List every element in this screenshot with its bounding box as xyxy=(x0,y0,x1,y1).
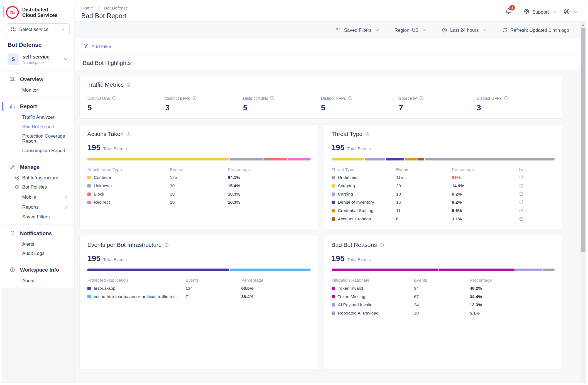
bar-segment xyxy=(87,269,229,271)
sidebar-item-monitor[interactable]: Monitor xyxy=(2,85,74,95)
sidebar-nav: OverviewMonitorReportTraffic AnalyzerBad… xyxy=(2,70,74,288)
namespace-type-label: Namespace xyxy=(23,60,50,65)
vertical-scrollbar[interactable]: ▲ xyxy=(580,22,586,383)
external-link-icon[interactable] xyxy=(519,200,554,205)
row-events: 125 xyxy=(170,175,228,180)
table-row: test-us-app12463.6% xyxy=(87,284,310,292)
external-link-icon[interactable] xyxy=(519,208,554,213)
sidebar-item-bad-bot-report[interactable]: Bad Bot Report xyxy=(2,122,74,131)
row-events: 30 xyxy=(170,183,228,188)
card-title-row: Events per Bot Infrastructure xyxy=(87,242,310,248)
add-filter-button[interactable]: Add Filter xyxy=(83,43,111,50)
info-icon[interactable] xyxy=(164,242,169,247)
metric-label-text: Distinct BFPs xyxy=(165,96,190,100)
chevron-down-icon xyxy=(573,9,579,15)
row-label-text: Repeated AI Payload xyxy=(338,311,379,315)
filter-saved-filters[interactable]: Saved Filters xyxy=(335,27,380,33)
filter-region-us[interactable]: Region: US xyxy=(395,27,427,33)
namespace-name: self-service xyxy=(23,54,50,59)
target-icon xyxy=(15,185,20,190)
external-link-icon[interactable] xyxy=(519,175,554,180)
scrollbar-thumb[interactable] xyxy=(581,28,585,252)
legend-swatch xyxy=(332,209,335,212)
chevron-down-icon xyxy=(552,9,558,15)
total-events-label: Total Events xyxy=(347,147,371,151)
service-selector[interactable]: Select service xyxy=(7,23,70,35)
table-header-row: Mitigation RationaleEventsPercentage xyxy=(332,276,555,284)
sidebar-section-overview[interactable]: Overview xyxy=(2,73,74,85)
filter-lines-icon xyxy=(335,27,342,33)
row-label-text: Denial of Inventory xyxy=(338,200,374,204)
info-icon[interactable] xyxy=(270,96,275,101)
info-icon[interactable] xyxy=(504,96,509,101)
notifications-bell-button[interactable]: 1 xyxy=(505,8,512,16)
info-icon[interactable] xyxy=(379,242,384,247)
bar-segment xyxy=(332,158,364,160)
bar-segment xyxy=(425,158,555,160)
sidebar-item-label: Consumption Report xyxy=(22,148,65,153)
chevron-down-icon xyxy=(60,26,66,33)
legend-swatch xyxy=(87,176,91,179)
info-icon[interactable] xyxy=(112,96,117,101)
card-title: Bad Bot Reasons xyxy=(332,242,377,248)
sidebar-item-audit-logs[interactable]: Audit Logs xyxy=(2,248,74,258)
info-icon[interactable] xyxy=(419,96,424,101)
info-icon[interactable] xyxy=(126,82,131,87)
legend-swatch xyxy=(87,286,91,290)
namespace-selector[interactable]: S self-service Namespace xyxy=(2,51,74,70)
bar-segment xyxy=(229,269,310,271)
filter-last-24-hours[interactable]: Last 24 hours xyxy=(442,27,487,33)
info-icon[interactable] xyxy=(126,132,131,137)
support-menu[interactable]: Support xyxy=(524,8,557,16)
sidebar-section-notifications[interactable]: Notifications xyxy=(2,227,74,239)
sidebar-section-workspace-info[interactable]: Workspace Info xyxy=(2,264,74,276)
table-row: Redirect2010.3% xyxy=(87,198,310,206)
external-link-icon[interactable] xyxy=(519,191,554,197)
row-events: 71 xyxy=(185,294,241,299)
sidebar-section-report[interactable]: Report xyxy=(2,100,74,112)
sidebar-section-label: Report xyxy=(20,103,37,109)
sidebar-item-about[interactable]: About xyxy=(2,276,74,285)
breadcrumb-home-link[interactable]: Home xyxy=(81,6,93,10)
card-title-row: Actions Taken xyxy=(87,131,310,137)
row-events: 11 xyxy=(396,208,452,213)
table-header-row: Threat TypeEventsPercentageLink xyxy=(332,165,555,173)
threat-type-table: Threat TypeEventsPercentageLinkUndefined… xyxy=(332,165,555,223)
external-link-icon[interactable] xyxy=(519,183,554,188)
metric-value: 5 xyxy=(321,103,399,112)
table-row: Account Creation63.1% xyxy=(332,215,555,223)
row-percentage: 64.1% xyxy=(228,175,310,180)
chevron-down-icon xyxy=(63,56,69,62)
sidebar-item-reports[interactable]: Reports xyxy=(2,202,74,212)
sidebar-item-alerts[interactable]: Alerts xyxy=(2,239,74,249)
sidebar-item-traffic-analyzer[interactable]: Traffic Analyzer xyxy=(2,112,74,122)
scrollbar-up-arrow[interactable]: ▲ xyxy=(580,22,586,28)
external-link-icon[interactable] xyxy=(519,216,554,221)
filter-refresh-updated-1-min-ago[interactable]: Refresh: Updated 1 min ago xyxy=(502,27,569,33)
sidebar-item-bot-infrastructure[interactable]: Bot Infrastructure xyxy=(2,173,74,182)
total-events-label: Total Events xyxy=(103,257,127,262)
table-row: Unknown3015.4% xyxy=(87,182,310,190)
row-percentage: 15.4% xyxy=(228,183,310,188)
sidebar-item-label: About xyxy=(22,278,35,283)
row-events: 94 xyxy=(414,286,470,290)
sidebar-item-mobile[interactable]: Mobile xyxy=(2,192,74,202)
bar-segment xyxy=(438,269,514,271)
info-icon[interactable] xyxy=(348,96,353,101)
sidebar-section-label: Workspace Info xyxy=(20,267,59,273)
sidebar-item-protection-coverage-report[interactable]: Protection Coverage Report xyxy=(2,131,74,146)
metric-distinct-ufps: Distinct UFPs3 xyxy=(477,96,555,112)
info-icon[interactable] xyxy=(365,132,370,137)
sidebar-section-manage[interactable]: Manage xyxy=(2,161,74,173)
table-row: Repeated AI Payload105.1% xyxy=(332,309,555,317)
info-icon[interactable] xyxy=(192,96,197,101)
legend-swatch xyxy=(87,192,91,196)
sidebar-item-saved-filters[interactable]: Saved Filters xyxy=(2,212,74,221)
row-label: Redirect xyxy=(87,200,170,204)
sidebar-item-bot-policies[interactable]: Bot Policies xyxy=(2,182,74,192)
app-window: f5 Distributed Cloud Services Select ser… xyxy=(2,2,586,383)
account-menu[interactable] xyxy=(563,8,579,16)
sidebar-item-consumption-report[interactable]: Consumption Report xyxy=(2,146,74,155)
metric-value: 5 xyxy=(87,103,165,112)
notification-badge: 1 xyxy=(509,5,515,11)
